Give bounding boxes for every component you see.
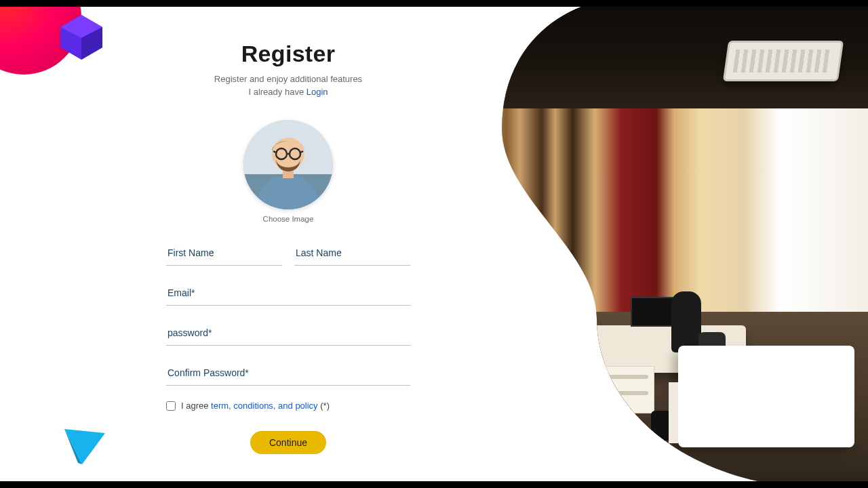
page-title: Register (166, 41, 410, 67)
decor-cube (58, 14, 105, 61)
last-name-input[interactable] (294, 241, 410, 266)
page-subtitle: Register and enjoy additional features (166, 74, 410, 84)
terms-link[interactable]: term, conditions, and policy (211, 401, 318, 411)
decor-triangle (64, 429, 105, 464)
confirm-password-input[interactable] (166, 361, 410, 386)
svg-marker-3 (64, 429, 105, 464)
letterbox-bottom (0, 481, 868, 488)
agree-checkbox[interactable] (166, 401, 176, 411)
already-have-prefix: I already have (248, 87, 306, 97)
letterbox-top (0, 0, 868, 7)
hero-image (427, 0, 868, 488)
register-form: I agree term, conditions, and policy (*)… (166, 241, 410, 454)
avatar-picker[interactable] (243, 120, 333, 209)
first-name-input[interactable] (166, 241, 282, 266)
choose-image-label: Choose Image (243, 215, 333, 223)
continue-button[interactable]: Continue (250, 431, 326, 454)
email-input[interactable] (166, 281, 410, 306)
agree-row[interactable]: I agree term, conditions, and policy (*) (166, 401, 410, 411)
already-have: I already have Login (166, 87, 410, 97)
password-input[interactable] (166, 321, 410, 346)
agree-prefix: I agree (181, 401, 211, 411)
agree-suffix: (*) (318, 401, 330, 411)
login-link[interactable]: Login (307, 87, 328, 97)
register-panel: Register Register and enjoy additional f… (166, 41, 410, 454)
